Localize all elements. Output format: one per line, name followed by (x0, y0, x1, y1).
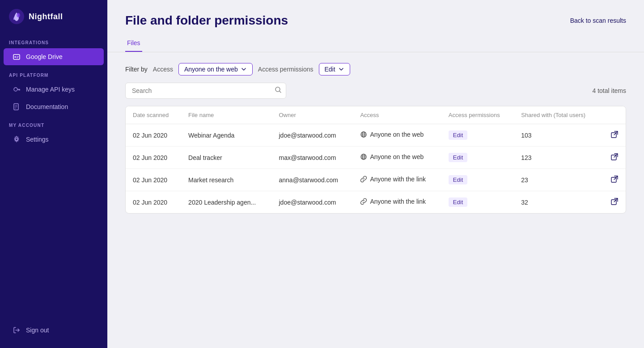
sidebar: Nightfall INTEGRATIONS Google Drive API … (0, 0, 107, 348)
col-owner: Owner (272, 106, 353, 124)
app-name: Nightfall (29, 12, 63, 21)
content-area: Filter by Access Anyone on the web Acces… (107, 52, 644, 348)
access-dropdown[interactable]: Anyone on the web (178, 63, 253, 75)
col-access: Access (353, 106, 441, 124)
sidebar-section-account: MY ACCOUNT Settings (0, 116, 107, 148)
cell-filename: Webinar Agenda (181, 124, 271, 147)
external-link-icon[interactable] (610, 153, 619, 161)
signout-icon (13, 326, 21, 334)
cell-date: 02 Jun 2020 (126, 191, 181, 214)
external-link-icon[interactable] (610, 130, 619, 138)
globe-icon (360, 131, 367, 138)
sidebar-item-label: Settings (26, 136, 49, 143)
external-link-icon[interactable] (610, 175, 619, 183)
cell-access: Anyone on the web (353, 124, 441, 147)
search-input-wrap (125, 83, 286, 99)
page-title: File and folder permissions (125, 13, 288, 28)
sidebar-item-google-drive[interactable]: Google Drive (4, 48, 104, 65)
sidebar-item-label: Google Drive (26, 53, 63, 60)
chevron-down-icon (338, 66, 344, 72)
doc-icon (13, 103, 21, 111)
sidebar-item-manage-api-keys[interactable]: Manage API keys (4, 81, 104, 98)
col-access-permissions: Access permissions (441, 106, 514, 124)
col-date-scanned: Date scanned (126, 106, 181, 124)
svg-line-24 (614, 132, 618, 135)
cell-owner: jdoe@starwood.com (272, 124, 353, 147)
svg-line-33 (614, 176, 618, 180)
cell-filename: Market research (181, 169, 271, 191)
cell-permissions: Edit (441, 124, 514, 147)
main-content: File and folder permissions Back to scan… (107, 0, 644, 348)
table-row: 02 Jun 2020 Webinar Agenda jdoe@starwood… (126, 124, 626, 147)
section-label-api: API PLATFORM (0, 66, 107, 80)
cell-access: Anyone on the web (353, 147, 441, 169)
cell-permissions: Edit (441, 191, 514, 214)
link-icon (360, 198, 367, 205)
sidebar-item-documentation[interactable]: Documentation (4, 98, 104, 115)
access-filter-label: Access (153, 66, 173, 73)
access-dropdown-value: Anyone on the web (184, 66, 238, 73)
cell-access: Anyone with the link (353, 169, 441, 191)
search-input[interactable] (125, 83, 286, 99)
filter-bar: Filter by Access Anyone on the web Acces… (125, 63, 626, 75)
settings-icon (13, 135, 21, 143)
section-label-account: MY ACCOUNT (0, 116, 107, 130)
svg-rect-4 (17, 57, 19, 57)
cell-open-link[interactable] (601, 191, 626, 214)
svg-line-31 (614, 154, 618, 158)
top-bar: File and folder permissions Back to scan… (107, 0, 644, 28)
link-icon (360, 176, 367, 183)
files-table: Date scanned File name Owner Access Acce… (125, 106, 626, 214)
cell-owner: anna@starwood.com (272, 169, 353, 191)
svg-rect-2 (13, 55, 20, 59)
cell-shared: 23 (514, 169, 601, 191)
back-to-scan-results-link[interactable]: Back to scan results (570, 17, 626, 24)
cell-filename: Deal tracker (181, 147, 271, 169)
cell-owner: jdoe@starwood.com (272, 191, 353, 214)
svg-point-1 (17, 13, 20, 17)
svg-rect-5 (17, 58, 18, 58)
cell-open-link[interactable] (601, 169, 626, 191)
svg-point-3 (15, 56, 16, 58)
cell-shared: 32 (514, 191, 601, 214)
sidebar-item-label: Documentation (26, 103, 68, 110)
drive-icon (13, 53, 21, 61)
section-label-integrations: INTEGRATIONS (0, 33, 107, 48)
nightfall-logo-icon (9, 9, 24, 24)
globe-icon (360, 153, 367, 160)
permissions-dropdown[interactable]: Edit (319, 63, 350, 75)
external-link-icon[interactable] (610, 197, 619, 205)
table-row: 02 Jun 2020 Deal tracker max@starwood.co… (126, 147, 626, 169)
sign-out-button[interactable]: Sign out (4, 322, 104, 339)
cell-permissions: Edit (441, 169, 514, 191)
table-body: 02 Jun 2020 Webinar Agenda jdoe@starwood… (126, 124, 626, 214)
cell-date: 02 Jun 2020 (126, 169, 181, 191)
svg-point-14 (16, 138, 18, 141)
col-shared-with: Shared with (Total users) (514, 106, 601, 124)
cell-permissions: Edit (441, 147, 514, 169)
permissions-dropdown-value: Edit (325, 66, 335, 73)
table-row: 02 Jun 2020 Market research anna@starwoo… (126, 169, 626, 191)
filter-by-label: Filter by (125, 66, 148, 73)
cell-shared: 123 (514, 147, 601, 169)
cell-shared: 103 (514, 124, 601, 147)
table-row: 02 Jun 2020 2020 Leadership agen... jdoe… (126, 191, 626, 214)
cell-filename: 2020 Leadership agen... (181, 191, 271, 214)
sidebar-item-settings[interactable]: Settings (4, 131, 104, 148)
svg-line-17 (280, 91, 281, 92)
cell-owner: max@starwood.com (272, 147, 353, 169)
cell-access: Anyone with the link (353, 191, 441, 214)
search-bar: 4 total items (125, 83, 626, 99)
col-file-name: File name (181, 106, 271, 124)
col-actions (601, 106, 626, 124)
cell-date: 02 Jun 2020 (126, 124, 181, 147)
chevron-down-icon (241, 66, 247, 72)
search-icon (275, 86, 282, 95)
cell-open-link[interactable] (601, 124, 626, 147)
key-icon (13, 85, 21, 93)
sign-out-label: Sign out (26, 327, 49, 334)
table-header: Date scanned File name Owner Access Acce… (126, 106, 626, 124)
logo: Nightfall (0, 0, 107, 33)
cell-open-link[interactable] (601, 147, 626, 169)
tab-files[interactable]: Files (125, 35, 142, 52)
